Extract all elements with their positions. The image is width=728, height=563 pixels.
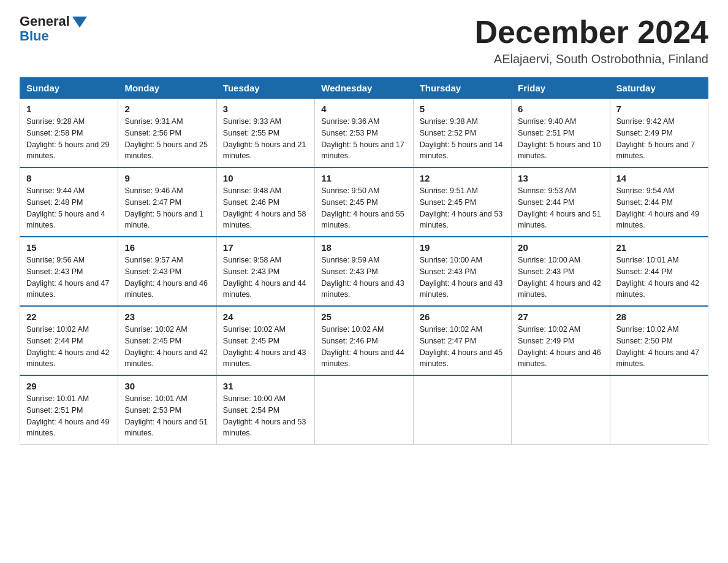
day-info: Sunrise: 10:02 AMSunset: 2:49 PMDaylight… bbox=[518, 325, 601, 368]
calendar-body: 1 Sunrise: 9:28 AMSunset: 2:58 PMDayligh… bbox=[20, 99, 708, 445]
day-info: Sunrise: 10:02 AMSunset: 2:50 PMDaylight… bbox=[616, 325, 700, 368]
day-info: Sunrise: 9:48 AMSunset: 2:46 PMDaylight:… bbox=[223, 186, 306, 229]
day-info: Sunrise: 10:02 AMSunset: 2:45 PMDaylight… bbox=[223, 325, 306, 368]
calendar-cell: 15 Sunrise: 9:56 AMSunset: 2:43 PMDaylig… bbox=[20, 237, 118, 306]
day-number: 30 bbox=[124, 381, 210, 391]
calendar-cell: 6 Sunrise: 9:40 AMSunset: 2:51 PMDayligh… bbox=[512, 99, 610, 168]
day-number: 26 bbox=[420, 312, 505, 322]
day-number: 9 bbox=[124, 173, 210, 183]
calendar-cell: 28 Sunrise: 10:02 AMSunset: 2:50 PMDayli… bbox=[610, 306, 708, 375]
logo-arrow-icon bbox=[72, 17, 87, 28]
day-info: Sunrise: 9:54 AMSunset: 2:44 PMDaylight:… bbox=[616, 186, 700, 229]
day-number: 15 bbox=[26, 242, 112, 253]
day-number: 5 bbox=[420, 104, 505, 114]
calendar-cell: 12 Sunrise: 9:51 AMSunset: 2:45 PMDaylig… bbox=[413, 167, 511, 237]
day-info: Sunrise: 10:02 AMSunset: 2:47 PMDaylight… bbox=[420, 325, 503, 368]
day-info: Sunrise: 9:50 AMSunset: 2:45 PMDaylight:… bbox=[321, 186, 404, 229]
day-number: 20 bbox=[518, 242, 603, 253]
calendar-cell: 20 Sunrise: 10:00 AMSunset: 2:43 PMDayli… bbox=[512, 237, 610, 306]
day-number: 1 bbox=[26, 104, 112, 114]
calendar-cell bbox=[315, 375, 413, 445]
day-info: Sunrise: 10:01 AMSunset: 2:44 PMDaylight… bbox=[616, 256, 700, 299]
calendar-cell: 18 Sunrise: 9:59 AMSunset: 2:43 PMDaylig… bbox=[315, 237, 413, 306]
location-text: AElajaervi, South Ostrobothnia, Finland bbox=[474, 52, 708, 66]
calendar-cell: 27 Sunrise: 10:02 AMSunset: 2:49 PMDayli… bbox=[512, 306, 610, 375]
calendar-week-row: 15 Sunrise: 9:56 AMSunset: 2:43 PMDaylig… bbox=[20, 237, 708, 306]
calendar-cell: 10 Sunrise: 9:48 AMSunset: 2:46 PMDaylig… bbox=[216, 167, 314, 237]
calendar-cell: 7 Sunrise: 9:42 AMSunset: 2:49 PMDayligh… bbox=[610, 99, 708, 168]
day-number: 29 bbox=[26, 381, 112, 391]
day-number: 11 bbox=[321, 173, 406, 183]
calendar-cell: 2 Sunrise: 9:31 AMSunset: 2:56 PMDayligh… bbox=[118, 99, 216, 168]
calendar-header: SundayMondayTuesdayWednesdayThursdayFrid… bbox=[20, 78, 708, 99]
calendar-cell: 31 Sunrise: 10:00 AMSunset: 2:54 PMDayli… bbox=[216, 375, 314, 445]
day-info: Sunrise: 9:57 AMSunset: 2:43 PMDaylight:… bbox=[124, 256, 208, 299]
calendar-cell bbox=[413, 375, 511, 445]
day-info: Sunrise: 9:44 AMSunset: 2:48 PMDaylight:… bbox=[26, 186, 105, 229]
day-number: 17 bbox=[223, 242, 308, 253]
day-number: 27 bbox=[518, 312, 603, 322]
day-info: Sunrise: 10:01 AMSunset: 2:53 PMDaylight… bbox=[124, 394, 208, 437]
day-info: Sunrise: 9:36 AMSunset: 2:53 PMDaylight:… bbox=[321, 117, 404, 160]
day-number: 23 bbox=[124, 312, 210, 322]
day-info: Sunrise: 9:58 AMSunset: 2:43 PMDaylight:… bbox=[223, 256, 306, 299]
day-header-monday: Monday bbox=[118, 78, 216, 99]
day-header-sunday: Sunday bbox=[20, 78, 118, 99]
day-info: Sunrise: 10:00 AMSunset: 2:54 PMDaylight… bbox=[223, 394, 306, 437]
logo-blue-text: Blue bbox=[20, 28, 49, 44]
calendar-cell: 30 Sunrise: 10:01 AMSunset: 2:53 PMDayli… bbox=[118, 375, 216, 445]
day-header-wednesday: Wednesday bbox=[315, 78, 413, 99]
day-info: Sunrise: 10:02 AMSunset: 2:44 PMDaylight… bbox=[26, 325, 110, 368]
calendar-cell: 5 Sunrise: 9:38 AMSunset: 2:52 PMDayligh… bbox=[413, 99, 511, 168]
calendar-cell: 25 Sunrise: 10:02 AMSunset: 2:46 PMDayli… bbox=[315, 306, 413, 375]
day-number: 6 bbox=[518, 104, 603, 114]
day-info: Sunrise: 9:42 AMSunset: 2:49 PMDaylight:… bbox=[616, 117, 696, 160]
day-number: 18 bbox=[321, 242, 406, 253]
calendar-cell: 13 Sunrise: 9:53 AMSunset: 2:44 PMDaylig… bbox=[512, 167, 610, 237]
logo-general-text: General bbox=[20, 15, 70, 28]
day-header-thursday: Thursday bbox=[413, 78, 511, 99]
day-number: 31 bbox=[223, 381, 308, 391]
day-number: 14 bbox=[616, 173, 702, 183]
day-number: 3 bbox=[223, 104, 308, 114]
day-info: Sunrise: 9:53 AMSunset: 2:44 PMDaylight:… bbox=[518, 186, 601, 229]
calendar-cell: 1 Sunrise: 9:28 AMSunset: 2:58 PMDayligh… bbox=[20, 99, 118, 168]
calendar-cell: 14 Sunrise: 9:54 AMSunset: 2:44 PMDaylig… bbox=[610, 167, 708, 237]
calendar-week-row: 1 Sunrise: 9:28 AMSunset: 2:58 PMDayligh… bbox=[20, 99, 708, 168]
calendar-cell: 9 Sunrise: 9:46 AMSunset: 2:47 PMDayligh… bbox=[118, 167, 216, 237]
calendar-cell: 24 Sunrise: 10:02 AMSunset: 2:45 PMDayli… bbox=[216, 306, 314, 375]
day-info: Sunrise: 10:02 AMSunset: 2:45 PMDaylight… bbox=[124, 325, 208, 368]
day-header-friday: Friday bbox=[512, 78, 610, 99]
calendar-cell: 17 Sunrise: 9:58 AMSunset: 2:43 PMDaylig… bbox=[216, 237, 314, 306]
day-number: 4 bbox=[321, 104, 406, 114]
calendar-cell: 19 Sunrise: 10:00 AMSunset: 2:43 PMDayli… bbox=[413, 237, 511, 306]
day-info: Sunrise: 10:00 AMSunset: 2:43 PMDaylight… bbox=[518, 256, 601, 299]
day-info: Sunrise: 9:38 AMSunset: 2:52 PMDaylight:… bbox=[420, 117, 503, 160]
day-number: 10 bbox=[223, 173, 308, 183]
day-number: 16 bbox=[124, 242, 210, 253]
title-block: December 2024 AElajaervi, South Ostrobot… bbox=[474, 15, 708, 66]
day-info: Sunrise: 9:31 AMSunset: 2:56 PMDaylight:… bbox=[124, 117, 208, 160]
page-header: General Blue December 2024 AElajaervi, S… bbox=[20, 15, 708, 66]
calendar-cell: 8 Sunrise: 9:44 AMSunset: 2:48 PMDayligh… bbox=[20, 167, 118, 237]
calendar-cell: 4 Sunrise: 9:36 AMSunset: 2:53 PMDayligh… bbox=[315, 99, 413, 168]
calendar-week-row: 22 Sunrise: 10:02 AMSunset: 2:44 PMDayli… bbox=[20, 306, 708, 375]
day-info: Sunrise: 9:28 AMSunset: 2:58 PMDaylight:… bbox=[26, 117, 110, 160]
day-number: 12 bbox=[420, 173, 505, 183]
logo: General Blue bbox=[20, 15, 87, 44]
day-number: 24 bbox=[223, 312, 308, 322]
calendar-cell bbox=[512, 375, 610, 445]
calendar-cell: 29 Sunrise: 10:01 AMSunset: 2:51 PMDayli… bbox=[20, 375, 118, 445]
calendar-week-row: 8 Sunrise: 9:44 AMSunset: 2:48 PMDayligh… bbox=[20, 167, 708, 237]
day-number: 7 bbox=[616, 104, 702, 114]
calendar-cell: 16 Sunrise: 9:57 AMSunset: 2:43 PMDaylig… bbox=[118, 237, 216, 306]
day-info: Sunrise: 9:59 AMSunset: 2:43 PMDaylight:… bbox=[321, 256, 404, 299]
day-header-row: SundayMondayTuesdayWednesdayThursdayFrid… bbox=[20, 78, 708, 99]
day-info: Sunrise: 9:56 AMSunset: 2:43 PMDaylight:… bbox=[26, 256, 110, 299]
calendar-week-row: 29 Sunrise: 10:01 AMSunset: 2:51 PMDayli… bbox=[20, 375, 708, 445]
day-header-saturday: Saturday bbox=[610, 78, 708, 99]
day-number: 8 bbox=[26, 173, 112, 183]
day-info: Sunrise: 9:51 AMSunset: 2:45 PMDaylight:… bbox=[420, 186, 503, 229]
calendar-cell bbox=[610, 375, 708, 445]
day-info: Sunrise: 9:33 AMSunset: 2:55 PMDaylight:… bbox=[223, 117, 306, 160]
